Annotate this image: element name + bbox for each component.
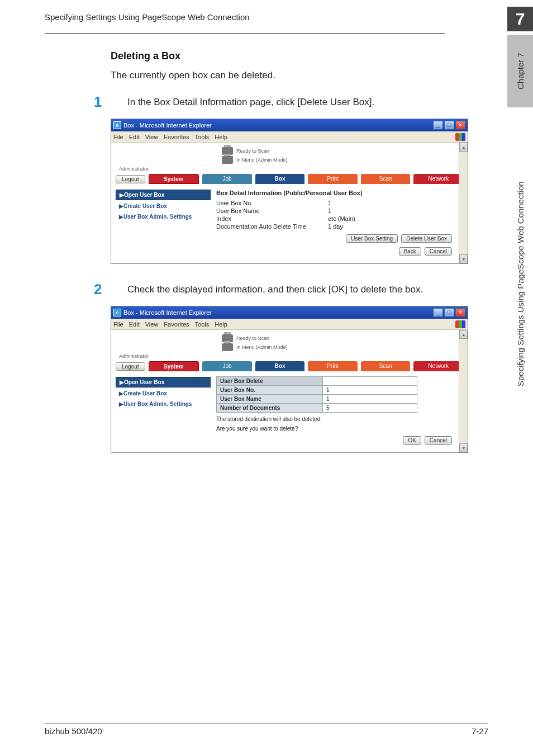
tab-system[interactable]: System bbox=[149, 361, 199, 371]
step-number: 2 bbox=[94, 281, 111, 298]
chapter-number-badge: 7 bbox=[507, 7, 533, 31]
menu-file[interactable]: File bbox=[113, 134, 123, 140]
minimize-button[interactable]: _ bbox=[433, 121, 443, 130]
status-menu-mode: In Menu (Admin Mode) bbox=[236, 157, 288, 163]
sidebar-item-open-user-box[interactable]: ▶Open User Box bbox=[116, 377, 211, 388]
vertical-scrollbar[interactable]: ▴ ▾ bbox=[459, 143, 468, 263]
section-label-vertical: Specifying Settings Using PageScope Web … bbox=[507, 111, 533, 457]
value-user-box-name: 1 bbox=[323, 395, 333, 403]
header-rule bbox=[45, 33, 445, 34]
ie-icon: e bbox=[113, 309, 121, 316]
running-title: Specifying Settings Using PageScope Web … bbox=[45, 12, 250, 22]
window-title: Box - Microsoft Internet Explorer bbox=[123, 122, 212, 129]
ok-button[interactable]: OK bbox=[403, 436, 421, 445]
vertical-scrollbar[interactable]: ▴ ▾ bbox=[459, 330, 468, 452]
value-index: etc (Main) bbox=[328, 215, 355, 222]
sidebar-item-admin-settings[interactable]: ▶User Box Admin. Settings bbox=[116, 212, 211, 221]
screenshot-window-2: e Box - Microsoft Internet Explorer _ □ … bbox=[111, 306, 468, 453]
windows-flag-icon bbox=[455, 133, 465, 141]
step-number: 1 bbox=[94, 93, 111, 111]
step-text: In the Box Detail Information page, clic… bbox=[127, 93, 374, 108]
sidebar-item-create-user-box[interactable]: ▶Create User Box bbox=[116, 389, 211, 398]
label-user-box-name: User Box Name bbox=[217, 395, 323, 403]
step-text: Check the displayed information, and the… bbox=[127, 281, 423, 295]
menu-view[interactable]: View bbox=[145, 134, 159, 140]
value-user-box-name: 1 bbox=[328, 207, 331, 214]
menu-bar: File Edit View Favorites Tools Help bbox=[111, 131, 468, 143]
tab-network[interactable]: Network bbox=[413, 361, 463, 371]
tab-print[interactable]: Print bbox=[308, 174, 358, 184]
delete-user-box-button[interactable]: Delete User Box bbox=[401, 234, 452, 243]
menu-tools[interactable]: Tools bbox=[195, 321, 210, 328]
panel-title: User Box Delete bbox=[217, 377, 323, 385]
close-button[interactable]: × bbox=[455, 308, 465, 317]
menu-view[interactable]: View bbox=[145, 321, 159, 328]
label-index: Index bbox=[216, 215, 328, 222]
footer-product: bizhub 500/420 bbox=[45, 726, 102, 736]
status-menu-mode: In Menu (Admin Mode) bbox=[236, 344, 288, 350]
tab-scan[interactable]: Scan bbox=[361, 174, 411, 184]
window-titlebar: e Box - Microsoft Internet Explorer _ □ … bbox=[111, 119, 468, 131]
menu-favorites[interactable]: Favorites bbox=[164, 321, 189, 328]
label-auto-delete-time: Documentation Auto Delete Time bbox=[216, 223, 328, 230]
scroll-up-arrow[interactable]: ▴ bbox=[459, 143, 468, 152]
sidebar-item-create-user-box[interactable]: ▶Create User Box bbox=[116, 201, 211, 211]
tab-network[interactable]: Network bbox=[413, 174, 463, 184]
sidebar-item-admin-settings[interactable]: ▶User Box Admin. Settings bbox=[116, 399, 211, 409]
administrator-label: Administrator bbox=[119, 166, 463, 172]
menu-edit[interactable]: Edit bbox=[129, 134, 140, 140]
status-ready: Ready to Scan bbox=[236, 336, 269, 341]
cancel-button[interactable]: Cancel bbox=[425, 436, 452, 445]
value-user-box-no: 1 bbox=[323, 386, 333, 394]
window-title: Box - Microsoft Internet Explorer bbox=[123, 309, 212, 316]
chapter-label-vertical: Chapter 7 bbox=[507, 35, 533, 107]
menu-edit[interactable]: Edit bbox=[129, 321, 140, 328]
delete-warning-line-2: Are you sure you want to delete? bbox=[216, 426, 463, 432]
windows-flag-icon bbox=[455, 320, 465, 328]
value-user-box-no: 1 bbox=[328, 200, 331, 206]
tab-job[interactable]: Job bbox=[202, 361, 252, 371]
menu-file[interactable]: File bbox=[113, 321, 123, 328]
ie-icon: e bbox=[113, 121, 121, 129]
menu-help[interactable]: Help bbox=[215, 321, 227, 328]
tab-system[interactable]: System bbox=[149, 174, 199, 184]
cancel-button[interactable]: Cancel bbox=[425, 247, 452, 256]
scroll-down-arrow[interactable]: ▾ bbox=[459, 443, 468, 452]
scroll-up-arrow[interactable]: ▴ bbox=[459, 330, 468, 339]
maximize-button[interactable]: □ bbox=[444, 121, 454, 130]
panel-title: Box Detail Information (Public/Personal … bbox=[216, 190, 463, 196]
delete-warning-line-1: The stored destination will also be dele… bbox=[216, 416, 463, 422]
administrator-label: Administrator bbox=[119, 353, 463, 359]
section-intro: The currently open box can be deleted. bbox=[111, 70, 445, 81]
close-button[interactable]: × bbox=[455, 121, 465, 130]
printer-icon bbox=[222, 156, 233, 164]
menu-help[interactable]: Help bbox=[215, 134, 227, 140]
status-ready: Ready to Scan bbox=[236, 148, 269, 154]
user-box-setting-button[interactable]: User Box Setting bbox=[346, 234, 398, 243]
footer-page-number: 7-27 bbox=[472, 726, 488, 736]
menu-tools[interactable]: Tools bbox=[195, 134, 210, 140]
sidebar-item-open-user-box[interactable]: ▶Open User Box bbox=[116, 190, 211, 200]
label-user-box-name: User Box Name bbox=[216, 207, 328, 214]
value-auto-delete-time: 1 day bbox=[328, 223, 343, 230]
window-titlebar: e Box - Microsoft Internet Explorer _ □ … bbox=[111, 306, 468, 319]
label-number-of-documents: Number of Documents bbox=[217, 404, 323, 412]
label-user-box-no: User Box No. bbox=[217, 386, 323, 394]
tab-box[interactable]: Box bbox=[255, 174, 305, 184]
maximize-button[interactable]: □ bbox=[444, 308, 454, 317]
tab-box[interactable]: Box bbox=[255, 361, 305, 371]
logout-button[interactable]: Logout bbox=[116, 175, 145, 183]
scroll-down-arrow[interactable]: ▾ bbox=[459, 254, 468, 263]
tab-job[interactable]: Job bbox=[202, 174, 252, 184]
minimize-button[interactable]: _ bbox=[433, 308, 443, 317]
value-number-of-documents: 5 bbox=[323, 404, 333, 412]
section-title: Deleting a Box bbox=[111, 50, 445, 62]
menu-favorites[interactable]: Favorites bbox=[164, 134, 189, 140]
back-button[interactable]: Back bbox=[399, 247, 421, 256]
tab-scan[interactable]: Scan bbox=[361, 361, 411, 371]
menu-bar: File Edit View Favorites Tools Help bbox=[111, 319, 468, 330]
label-user-box-no: User Box No. bbox=[216, 200, 328, 206]
tab-print[interactable]: Print bbox=[308, 361, 358, 371]
screenshot-window-1: e Box - Microsoft Internet Explorer _ □ … bbox=[111, 119, 468, 264]
logout-button[interactable]: Logout bbox=[116, 362, 145, 371]
